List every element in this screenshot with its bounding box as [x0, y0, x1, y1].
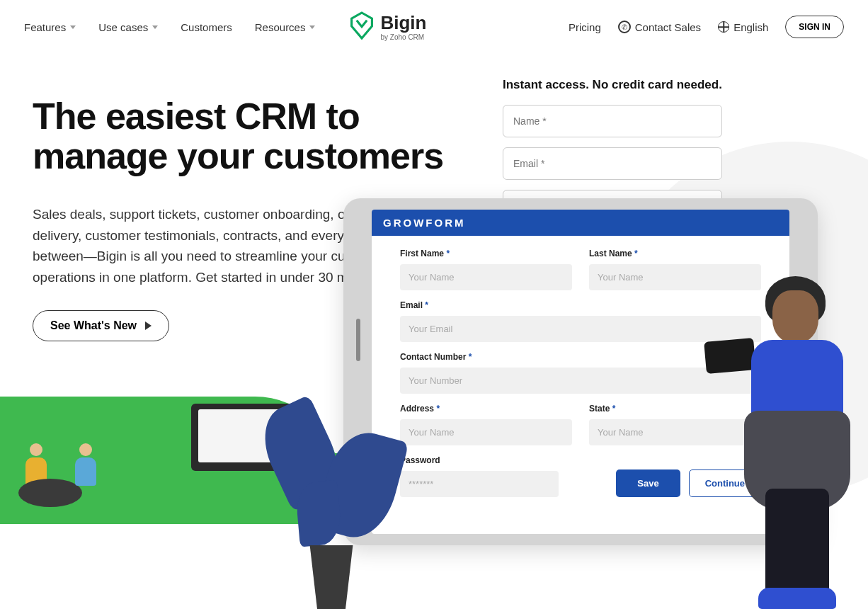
- nav-features[interactable]: Features: [24, 21, 76, 33]
- whats-new-button[interactable]: See What's New: [33, 310, 169, 341]
- nav-left: Features Use cases Customers Resources: [24, 21, 315, 33]
- nav-usecases-label: Use cases: [98, 21, 148, 33]
- bigin-logo-icon: [349, 11, 375, 42]
- nav-right: Pricing ✆Contact Sales English SIGN IN: [569, 16, 844, 38]
- last-name-label: Last Name *: [589, 249, 761, 258]
- growform-header: GROWFORM: [372, 210, 789, 236]
- plant-pot-icon: [303, 545, 360, 609]
- logo-subtitle: by Zoho CRM: [380, 33, 426, 41]
- chevron-down-icon: [152, 25, 158, 29]
- save-button[interactable]: Save: [616, 469, 680, 497]
- first-name-label: First Name *: [400, 249, 572, 258]
- logo-name: Bigin: [380, 13, 426, 32]
- logo[interactable]: Bigin by Zoho CRM: [349, 11, 426, 42]
- password-field[interactable]: [400, 471, 559, 497]
- logo-text: Bigin by Zoho CRM: [380, 13, 426, 41]
- password-label: Password: [400, 455, 559, 465]
- people-illustration: [21, 443, 101, 489]
- globe-icon: [718, 21, 729, 33]
- phone-icon: ✆: [618, 21, 631, 33]
- nav-contact-label: Contact Sales: [635, 21, 701, 33]
- nav-resources-label: Resources: [255, 21, 306, 33]
- first-name-field[interactable]: [400, 264, 572, 290]
- nav-pricing-label: Pricing: [569, 21, 601, 33]
- chevron-down-icon: [309, 25, 315, 29]
- hero-title: The easiest CRM to manage your customers: [33, 96, 472, 176]
- language-selector[interactable]: English: [718, 21, 768, 33]
- nav-features-label: Features: [24, 21, 66, 33]
- email-field[interactable]: [400, 316, 761, 342]
- address-field[interactable]: [400, 419, 572, 445]
- hero-description: Sales deals, support tickets, customer o…: [33, 204, 394, 288]
- chevron-down-icon: [70, 25, 76, 29]
- language-label: English: [733, 21, 768, 33]
- nav-usecases[interactable]: Use cases: [98, 21, 158, 33]
- signin-button[interactable]: SIGN IN: [785, 16, 844, 38]
- nav-customers-label: Customers: [181, 21, 232, 33]
- nav-contact-sales[interactable]: ✆Contact Sales: [618, 21, 701, 33]
- nav-resources[interactable]: Resources: [255, 21, 316, 33]
- nav-customers[interactable]: Customers: [181, 21, 232, 33]
- whats-new-label: See What's New: [50, 319, 137, 332]
- address-label: Address *: [400, 404, 572, 414]
- email-label: Email *: [400, 300, 761, 310]
- tablet-scrollbar: [356, 319, 360, 361]
- main-header: Features Use cases Customers Resources B…: [0, 0, 868, 54]
- play-icon: [145, 321, 152, 330]
- nav-pricing[interactable]: Pricing: [569, 21, 601, 33]
- person-illustration: [726, 269, 868, 609]
